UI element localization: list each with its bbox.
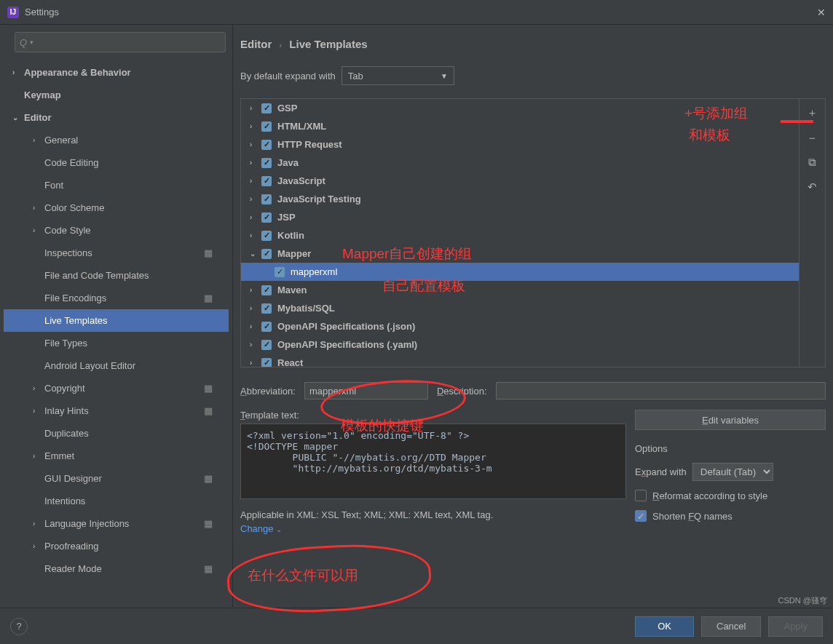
sidebar-item-emmet[interactable]: ›Emmet [4, 445, 229, 467]
abbreviation-input[interactable] [304, 382, 428, 399]
search-input[interactable]: Q ▾ [15, 32, 226, 52]
arrow-icon: › [33, 520, 44, 528]
template-label: OpenAPI Specifications (.yaml) [277, 339, 417, 350]
checkbox-icon[interactable]: ✓ [261, 176, 272, 186]
sidebar-item-inlay-hints[interactable]: ›Inlay Hints▦ [4, 399, 229, 422]
sidebar-item-appearance-behavior[interactable]: ›Appearance & Behavior [4, 61, 229, 84]
sidebar-item-proofreading[interactable]: ›Proofreading [4, 535, 229, 557]
checkbox-icon[interactable]: ✓ [261, 358, 272, 368]
template-item-gsp[interactable]: ›✓GSP [241, 99, 799, 117]
checkbox-icon[interactable]: ✓ [261, 194, 272, 204]
sidebar-item-file-encodings[interactable]: File Encodings▦ [4, 287, 229, 309]
checkbox-icon[interactable]: ✓ [261, 103, 272, 114]
checkbox-icon[interactable]: ✓ [275, 267, 285, 277]
arrow-icon: › [250, 104, 261, 112]
ok-button[interactable]: OK [635, 616, 694, 637]
arrow-icon: › [250, 341, 261, 349]
tree-label: Proofreading [44, 541, 98, 552]
sidebar-item-code-editing[interactable]: Code Editing [4, 151, 229, 174]
expand-with-select[interactable]: Default (Tab) [692, 463, 773, 481]
template-item-javascript-testing[interactable]: ›✓JavaScript Testing [241, 190, 799, 208]
tree-label: Keymap [24, 90, 61, 100]
search-placeholder: Q [20, 37, 27, 48]
template-item-kotlin[interactable]: ›✓Kotlin [241, 226, 799, 245]
sidebar-item-duplicates[interactable]: Duplicates [4, 422, 229, 445]
template-text-input[interactable]: <?xml version="1.0" encoding="UTF-8" ?> … [240, 424, 626, 499]
arrow-icon: › [33, 384, 44, 392]
template-item-html-xml[interactable]: ›✓HTML/XML [241, 117, 799, 135]
sidebar-item-gui-designer[interactable]: GUI Designer▦ [4, 467, 229, 490]
help-button[interactable]: ? [10, 618, 28, 635]
edit-variables-button[interactable]: Edit variables [635, 410, 826, 430]
template-item-javascript[interactable]: ›✓JavaScript [241, 172, 799, 190]
checkbox-icon[interactable]: ✓ [261, 122, 272, 132]
reformat-label: Reformat according to style [652, 490, 767, 501]
template-item-mapperxml[interactable]: ✓mapperxml [241, 263, 799, 281]
sidebar-item-reader-mode[interactable]: Reader Mode▦ [4, 557, 229, 580]
template-item-mybatis-sql[interactable]: ›✓Mybatis/SQL [241, 299, 799, 317]
tree-label: Android Layout Editor [44, 360, 135, 371]
change-link[interactable]: Change ⌄ [240, 523, 282, 534]
apply-button[interactable]: Apply [768, 616, 823, 637]
template-item-openapi-specifications-yaml-[interactable]: ›✓OpenAPI Specifications (.yaml) [241, 335, 799, 354]
sidebar-item-font[interactable]: Font [4, 174, 229, 196]
checkbox-icon[interactable]: ✓ [261, 231, 272, 241]
breadcrumb-editor[interactable]: Editor [240, 38, 272, 50]
cancel-button[interactable]: Cancel [701, 616, 761, 637]
gear-icon: ▦ [204, 383, 213, 394]
chevron-down-icon: ▾ [30, 39, 33, 46]
sidebar-item-code-style[interactable]: ›Code Style [4, 219, 229, 242]
checkbox-icon[interactable]: ✓ [261, 140, 272, 150]
expand-value: Tab [348, 71, 363, 82]
checkbox-icon[interactable]: ✓ [261, 285, 272, 295]
checkbox-icon[interactable]: ✓ [261, 249, 272, 259]
template-item-react[interactable]: ›✓React [241, 354, 799, 367]
template-item-openapi-specifications-json-[interactable]: ›✓OpenAPI Specifications (.json) [241, 317, 799, 335]
template-label: HTTP Request [277, 139, 342, 150]
sidebar-item-copyright[interactable]: ›Copyright▦ [4, 377, 229, 399]
template-label: Java [277, 157, 299, 168]
template-item-maven[interactable]: ›✓Maven [241, 281, 799, 299]
templates-list[interactable]: ›✓GSP›✓HTML/XML›✓HTTP Request›✓Java›✓Jav… [240, 98, 800, 367]
checkbox-icon[interactable]: ✓ [261, 212, 272, 223]
template-item-java[interactable]: ›✓Java [241, 154, 799, 172]
checkbox-icon[interactable]: ✓ [261, 303, 272, 314]
sidebar-item-file-and-code-templates[interactable]: File and Code Templates [4, 264, 229, 287]
sidebar-item-live-templates[interactable]: Live Templates [4, 309, 229, 332]
add-icon[interactable]: ＋ [807, 106, 818, 120]
checkbox-icon[interactable]: ✓ [261, 340, 272, 350]
checkbox-icon[interactable]: ✓ [261, 158, 272, 168]
sidebar-item-intentions[interactable]: Intentions [4, 490, 229, 512]
sidebar-item-android-layout-editor[interactable]: Android Layout Editor [4, 354, 229, 377]
sidebar-item-keymap[interactable]: Keymap [4, 84, 229, 106]
shorten-checkbox[interactable]: ✓ [635, 510, 647, 522]
copy-icon[interactable]: ⧉ [808, 156, 816, 169]
expand-with-label: Expand with [635, 466, 687, 477]
expand-select[interactable]: Tab ▼ [342, 66, 454, 85]
gear-icon: ▦ [204, 405, 213, 416]
sidebar-item-editor[interactable]: ⌄Editor [4, 106, 229, 129]
template-item-http-request[interactable]: ›✓HTTP Request [241, 135, 799, 154]
sidebar-item-inspections[interactable]: Inspections▦ [4, 242, 229, 264]
template-actions: ＋ − ⧉ ↶ [800, 98, 826, 367]
arrow-icon: › [250, 286, 261, 294]
arrow-icon: ⌄ [250, 250, 261, 258]
sidebar-item-file-types[interactable]: File Types [4, 332, 229, 354]
template-label: GSP [277, 103, 297, 114]
remove-icon[interactable]: − [809, 132, 816, 144]
close-icon[interactable]: ✕ [817, 7, 826, 18]
description-input[interactable] [496, 382, 826, 399]
template-item-jsp[interactable]: ›✓JSP [241, 208, 799, 226]
sidebar-item-color-scheme[interactable]: ›Color Scheme [4, 196, 229, 219]
template-label: JavaScript [277, 175, 325, 186]
template-item-mapper[interactable]: ⌄✓Mapper [241, 245, 799, 263]
reformat-checkbox[interactable] [635, 490, 647, 501]
sidebar-item-language-injections[interactable]: ›Language Injections▦ [4, 512, 229, 535]
checkbox-icon[interactable]: ✓ [261, 322, 272, 332]
revert-icon[interactable]: ↶ [808, 180, 817, 194]
sidebar-item-general[interactable]: ›General [4, 129, 229, 151]
tree-label: General [44, 135, 78, 146]
gear-icon: ▦ [204, 473, 213, 484]
settings-tree: ›Appearance & BehaviorKeymap⌄Editor›Gene… [4, 61, 229, 600]
app-icon: IJ [7, 7, 19, 18]
